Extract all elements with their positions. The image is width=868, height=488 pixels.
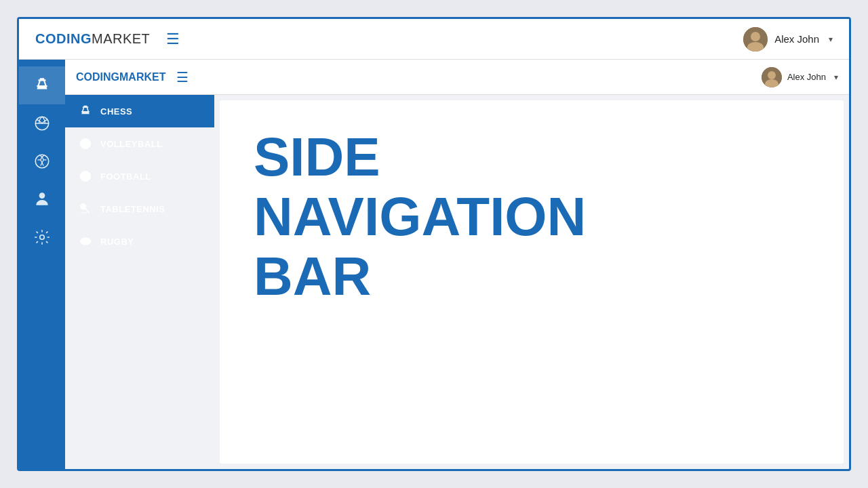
inner-navbar-right: Alex John ▾ <box>762 67 838 87</box>
inner-avatar <box>762 67 782 87</box>
svg-point-12 <box>39 192 45 199</box>
svg-marker-5 <box>41 157 43 163</box>
sidebar-item-football-label: FOOTBALL <box>100 171 151 182</box>
svg-line-6 <box>40 155 42 157</box>
top-dropdown-arrow[interactable]: ▾ <box>829 35 833 44</box>
inner-window-content: CHESS VOLLEYBA <box>65 95 849 469</box>
sidebar-icon-volleyball[interactable] <box>19 104 65 142</box>
main-heading: SIDE NAVIGATION BAR <box>254 127 586 306</box>
svg-point-15 <box>768 71 776 79</box>
sidebar-icon-chess[interactable] <box>19 66 65 104</box>
inner-window: CODINGMARKET ☰ Alex John ▾ <box>65 60 849 469</box>
sidebar-item-tabletennis[interactable]: TABLETENNIS <box>65 192 214 225</box>
content-line1: SIDE <box>254 127 586 187</box>
inner-brand-normal: MARKET <box>119 71 165 83</box>
main-area: CODINGMARKET ☰ Alex John ▾ <box>19 60 849 469</box>
inner-brand-bold: CODING <box>76 71 119 83</box>
inner-hamburger-button[interactable]: ☰ <box>176 69 189 85</box>
top-brand-logo: CODINGMARKET <box>35 31 150 47</box>
svg-point-1 <box>751 32 760 41</box>
content-line3: BAR <box>254 247 586 306</box>
sidebar-item-volleyball[interactable]: VOLLEYBALL <box>65 127 214 160</box>
sidebar-icon-football[interactable] <box>19 142 65 180</box>
sidebar-expanded: CHESS VOLLEYBA <box>65 95 214 469</box>
top-hamburger-button[interactable]: ☰ <box>166 30 180 48</box>
sidebar-item-tabletennis-label: TABLETENNIS <box>100 204 165 214</box>
brand-normal: MARKET <box>92 31 150 46</box>
sidebar-item-football[interactable]: FOOTBALL <box>65 160 214 192</box>
sidebar-item-rugby-label: RUGBY <box>100 237 134 247</box>
svg-point-13 <box>40 235 45 240</box>
inner-brand-logo: CODINGMARKET <box>76 71 165 83</box>
top-avatar <box>743 27 768 52</box>
inner-user-name: Alex John <box>787 72 826 82</box>
sidebar-item-volleyball-label: VOLLEYBALL <box>100 139 163 149</box>
sidebar-icon-person[interactable] <box>19 180 65 218</box>
sidebar-item-rugby[interactable]: RUGBY <box>65 225 214 258</box>
top-navbar: CODINGMARKET ☰ Alex John ▾ <box>19 19 849 60</box>
sidebar-item-chess[interactable]: CHESS <box>65 95 214 127</box>
content-area: SIDE NAVIGATION BAR <box>214 95 849 469</box>
top-navbar-left: CODINGMARKET ☰ <box>35 30 180 48</box>
inner-navbar-left: CODINGMARKET ☰ <box>76 69 189 85</box>
sidebar-menu: CHESS VOLLEYBA <box>65 95 214 469</box>
inner-dropdown-arrow[interactable]: ▾ <box>834 73 838 82</box>
sidebar-collapsed <box>19 60 65 469</box>
svg-line-11 <box>42 163 43 165</box>
sidebar-item-chess-label: CHESS <box>100 106 132 117</box>
top-navbar-right: Alex John ▾ <box>743 27 833 52</box>
brand-bold: CODING <box>35 31 92 46</box>
svg-line-7 <box>42 155 44 157</box>
top-user-name: Alex John <box>774 33 819 45</box>
inner-navbar: CODINGMARKET ☰ Alex John ▾ <box>65 60 849 95</box>
content-line2: NAVIGATION <box>254 187 586 247</box>
outer-wrapper: CODINGMARKET ☰ Alex John ▾ <box>17 17 851 471</box>
content-body: SIDE NAVIGATION BAR <box>220 100 844 464</box>
sidebar-icon-settings[interactable] <box>19 218 65 256</box>
